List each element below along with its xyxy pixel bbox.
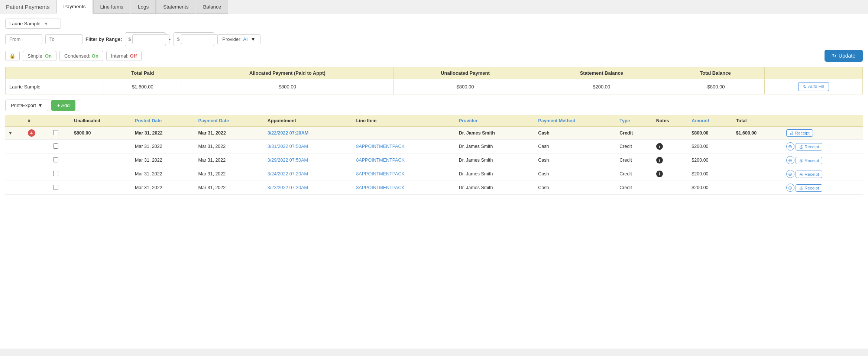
tab-line-items[interactable]: Line Items xyxy=(93,0,130,14)
child-line-item-4[interactable]: 8APPOINTMENTPACK xyxy=(353,181,456,195)
simple-toggle[interactable]: Simple: On xyxy=(23,51,56,61)
provider-label: Provider: xyxy=(222,36,242,42)
add-label: + Add xyxy=(57,103,70,108)
info-icon-1[interactable]: i xyxy=(656,143,663,150)
range-dash: - xyxy=(169,36,171,42)
child-line-item-link-2[interactable]: 8APPOINTMENTPACK xyxy=(356,158,404,163)
summary-appointment[interactable]: 3/22/2022 07:20AM xyxy=(265,127,353,140)
view-icon-2[interactable]: ⊕ xyxy=(786,156,794,164)
child-receipt-btn-3[interactable]: 🖨 Receipt xyxy=(796,171,822,178)
summary-allocated: $800.00 xyxy=(181,79,393,94)
range-from-field[interactable] xyxy=(132,34,169,44)
receipt-label-1: Receipt xyxy=(804,145,819,149)
tab-logs[interactable]: Logs xyxy=(131,0,156,14)
col-type[interactable]: Type xyxy=(616,115,653,127)
child-provider-3: Dr. James Smith xyxy=(456,167,535,181)
refresh-icon: ↻ xyxy=(832,53,836,59)
col-posted-date[interactable]: Posted Date xyxy=(132,115,195,127)
child-appt-2[interactable]: 3/29/2022 07:50AM xyxy=(265,153,353,167)
child-provider-2: Dr. James Smith xyxy=(456,153,535,167)
update-button[interactable]: ↻ Update xyxy=(825,50,863,62)
patient-selector[interactable]: Laurie Sample ▼ xyxy=(5,19,61,29)
child-appt-link-1[interactable]: 3/31/2022 07:50AM xyxy=(268,144,308,149)
range-to-field[interactable] xyxy=(181,34,218,44)
summary-notes xyxy=(653,127,689,140)
col-actions xyxy=(783,115,863,127)
child-line-item-link-1[interactable]: 8APPOINTMENTPACK xyxy=(356,144,404,149)
child-checkbox-3[interactable] xyxy=(53,171,58,176)
child-checkbox-1[interactable] xyxy=(53,143,58,149)
autofill-icon: ↻ xyxy=(803,84,807,89)
receipt-label: Receipt xyxy=(795,131,810,135)
print-icon-4: 🖨 xyxy=(799,186,803,190)
app-title: Patient Payments xyxy=(4,0,56,14)
lock-icon: 🔒 xyxy=(9,53,16,59)
child-type-1: Credit xyxy=(616,140,653,153)
condensed-toggle[interactable]: Condensed: On xyxy=(59,51,103,61)
info-icon-2[interactable]: i xyxy=(656,157,663,164)
child-receipt-btn-1[interactable]: 🖨 Receipt xyxy=(796,143,822,151)
child-checkbox-2[interactable] xyxy=(53,157,58,162)
simple-value: On xyxy=(45,53,52,59)
expand-arrow-icon[interactable]: ▼ xyxy=(8,130,13,136)
child-expand-4 xyxy=(5,181,25,195)
child-appt-1[interactable]: 3/31/2022 07:50AM xyxy=(265,140,353,153)
tab-statements[interactable]: Statements xyxy=(156,0,195,14)
summary-col-total-balance: Total Balance xyxy=(666,67,765,79)
autofill-button[interactable]: ↻ Auto Fill xyxy=(798,82,829,91)
update-label: Update xyxy=(839,53,855,59)
child-line-item-3[interactable]: 8APPOINTMENTPACK xyxy=(353,167,456,181)
child-appt-link-4[interactable]: 3/22/2022 07:20AM xyxy=(268,185,308,190)
view-icon-4[interactable]: ⊕ xyxy=(786,184,794,192)
dollar-sign-to: $ xyxy=(177,36,179,42)
table-row: Mar 31, 2022 Mar 31, 2022 3/29/2022 07:5… xyxy=(5,153,863,167)
child-num-4 xyxy=(25,181,50,195)
summary-receipt-button[interactable]: 🖨 Receipt xyxy=(786,129,813,137)
child-checkbox-cell-3 xyxy=(50,167,71,181)
print-icon-2: 🖨 xyxy=(799,158,803,163)
col-payment-method[interactable]: Payment Method xyxy=(535,115,616,127)
receipt-label-3: Receipt xyxy=(804,172,819,177)
child-appt-link-3[interactable]: 3/24/2022 07:20AM xyxy=(268,171,308,177)
child-line-item-1[interactable]: 8APPOINTMENTPACK xyxy=(353,140,456,153)
summary-appointment-link[interactable]: 3/22/2022 07:20AM xyxy=(268,130,309,136)
range-from-input[interactable]: $ xyxy=(125,32,166,46)
child-receipt-btn-4[interactable]: 🖨 Receipt xyxy=(796,184,822,192)
summary-checkbox[interactable] xyxy=(53,130,58,135)
summary-table: Total Paid Allocated Payment (Paid to Ap… xyxy=(5,67,863,94)
summary-unallocated: $800.00 xyxy=(71,127,132,140)
child-receipt-btn-2[interactable]: 🖨 Receipt xyxy=(796,157,822,164)
col-amount[interactable]: Amount xyxy=(689,115,733,127)
view-icon-3[interactable]: ⊕ xyxy=(786,170,794,178)
child-payment-2: Mar 31, 2022 xyxy=(195,153,265,167)
col-provider[interactable]: Provider xyxy=(456,115,535,127)
to-input[interactable] xyxy=(45,34,82,44)
child-num-1 xyxy=(25,140,50,153)
child-checkbox-4[interactable] xyxy=(53,185,58,190)
simple-label: Simple: xyxy=(27,53,43,59)
child-unallocated-1 xyxy=(71,140,132,153)
child-line-item-link-4[interactable]: 8APPOINTMENTPACK xyxy=(356,185,404,190)
col-notes: Notes xyxy=(653,115,689,127)
summary-autofill-cell: ↻ Auto Fill xyxy=(764,79,862,94)
col-payment-date[interactable]: Payment Date xyxy=(195,115,265,127)
info-icon-3[interactable]: i xyxy=(656,171,663,177)
child-line-item-2[interactable]: 8APPOINTMENTPACK xyxy=(353,153,456,167)
child-appt-3[interactable]: 3/24/2022 07:20AM xyxy=(265,167,353,181)
child-appt-4[interactable]: 3/22/2022 07:20AM xyxy=(265,181,353,195)
child-line-item-link-3[interactable]: 8APPOINTMENTPACK xyxy=(356,171,404,177)
view-icon-1[interactable]: ⊕ xyxy=(786,142,794,151)
print-export-button[interactable]: Print/Export ▼ xyxy=(5,100,48,111)
provider-selector[interactable]: Provider: All ▼ xyxy=(217,34,260,44)
tab-payments[interactable]: Payments xyxy=(56,0,93,14)
range-to-input[interactable]: $ xyxy=(174,32,214,46)
add-button[interactable]: + Add xyxy=(51,100,76,111)
tab-balance[interactable]: Balance xyxy=(196,0,228,14)
lock-button[interactable]: 🔒 xyxy=(5,51,20,61)
internal-toggle[interactable]: Internal: Off xyxy=(106,51,142,61)
from-input[interactable] xyxy=(5,34,42,44)
child-method-2: Cash xyxy=(535,153,616,167)
child-appt-link-2[interactable]: 3/29/2022 07:50AM xyxy=(268,158,308,163)
child-provider-4: Dr. James Smith xyxy=(456,181,535,195)
summary-posted-date: Mar 31, 2022 xyxy=(132,127,195,140)
